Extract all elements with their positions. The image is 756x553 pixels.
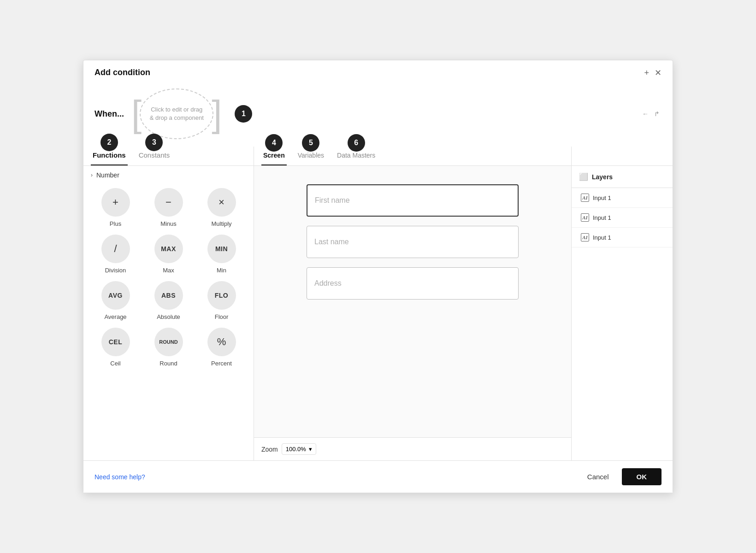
percent-label: Percent (211, 360, 232, 367)
canvas-area: First name Last name Address (254, 166, 571, 437)
abs-label: Absolute (157, 313, 180, 320)
function-avg[interactable]: AVG Average (91, 281, 140, 320)
center-panel: First name Last name Address Zoom 100.0%… (254, 166, 571, 460)
badge-5-wrap: 5 Variables (296, 147, 326, 165)
function-min[interactable]: MIN Min (197, 235, 246, 274)
division-circle: / (101, 235, 130, 263)
function-multiply[interactable]: × Multiply (197, 188, 246, 227)
layer-label-2: Input 1 (593, 214, 611, 221)
floor-label: Floor (215, 313, 229, 320)
badge-5: 5 (302, 134, 319, 152)
layer-ai-icon-2: AI (581, 213, 589, 222)
left-panel: › Number + Plus − Minus × Multiply (83, 166, 254, 460)
center-tabs-section: 4 Screen 5 Variables 6 Data Masters (254, 147, 571, 165)
badge-2: 2 (100, 134, 118, 151)
cancel-button[interactable]: Cancel (580, 469, 616, 484)
minus-circle: − (154, 188, 183, 217)
address-placeholder: Address (314, 279, 342, 288)
layer-label-3: Input 1 (593, 234, 611, 241)
zoom-select[interactable]: 100.0% ▾ (282, 443, 316, 455)
layer-item-2[interactable]: AI Input 1 (572, 208, 673, 228)
floor-circle: FLO (207, 281, 236, 310)
division-label: Division (105, 267, 126, 274)
min-label: Min (217, 267, 226, 274)
forward-arrow-icon[interactable]: ↱ (652, 108, 662, 119)
ceil-label: Ceil (110, 360, 120, 367)
main-content: › Number + Plus − Minus × Multiply (83, 166, 673, 460)
layer-item-1[interactable]: AI Input 1 (572, 188, 673, 208)
function-plus[interactable]: + Plus (91, 188, 140, 227)
monitor-icon: ⬜ (579, 172, 588, 181)
number-header[interactable]: › Number (83, 166, 254, 184)
dialog-header: Add condition + ✕ (83, 60, 673, 85)
zoom-bar: Zoom 100.0% ▾ (254, 437, 571, 460)
min-circle: MIN (207, 235, 236, 263)
zoom-label: Zoom (261, 446, 278, 453)
right-panel: ⬜ Layers AI Input 1 AI Input 1 AI Input … (571, 166, 673, 460)
function-max[interactable]: MAX Max (144, 235, 193, 274)
layer-label-1: Input 1 (593, 194, 611, 201)
number-label: Number (96, 171, 119, 179)
function-round[interactable]: ROUND Round (144, 328, 193, 367)
help-link[interactable]: Need some help? (94, 473, 145, 481)
when-row: When... [ Click to edit or drag & drop a… (83, 85, 673, 147)
ok-button[interactable]: OK (622, 468, 662, 485)
badge-4-wrap: 4 Screen (261, 147, 287, 165)
badge-1: 1 (235, 105, 252, 123)
address-field[interactable]: Address (307, 267, 519, 300)
chevron-right-icon: › (91, 172, 93, 178)
function-percent[interactable]: % Percent (197, 328, 246, 367)
nav-arrows: ← ↱ (640, 108, 662, 119)
function-floor[interactable]: FLO Floor (197, 281, 246, 320)
ceil-circle: CEL (101, 328, 130, 356)
percent-circle: % (207, 328, 236, 356)
dialog-footer: Need some help? Cancel OK (83, 460, 673, 493)
drop-zone-text: Click to edit or drag & drop a component (148, 106, 205, 122)
functions-grid: + Plus − Minus × Multiply / Division (83, 184, 254, 374)
bracket-right-icon: ] (212, 95, 222, 132)
footer-buttons: Cancel OK (580, 468, 662, 485)
zoom-chevron-icon: ▾ (309, 446, 312, 453)
multiply-label: Multiply (211, 220, 231, 227)
drop-zone[interactable]: Click to edit or drag & drop a component (140, 88, 213, 139)
round-circle: ROUND (154, 328, 183, 356)
plus-label: Plus (110, 220, 121, 227)
left-tabs-section: 2 Functions 3 Constants (83, 147, 254, 165)
zoom-value: 100.0% (286, 446, 306, 453)
tabs-row: 2 Functions 3 Constants 4 Screen 5 (83, 147, 673, 166)
close-button[interactable]: ✕ (655, 69, 662, 77)
layer-item-3[interactable]: AI Input 1 (572, 228, 673, 247)
function-division[interactable]: / Division (91, 235, 140, 274)
badge-6-wrap: 6 Data Masters (335, 147, 377, 165)
plus-button[interactable]: + (644, 69, 649, 77)
badge-3-wrap: 3 Constants (137, 147, 172, 165)
badge-6: 6 (348, 134, 365, 152)
back-arrow-icon[interactable]: ← (640, 108, 650, 119)
function-ceil[interactable]: CEL Ceil (91, 328, 140, 367)
header-icons: + ✕ (644, 69, 662, 77)
layer-ai-icon-1: AI (581, 194, 589, 202)
dialog-title: Add condition (94, 68, 150, 77)
plus-circle: + (101, 188, 130, 217)
drop-zone-wrapper: [ Click to edit or drag & drop a compone… (131, 88, 222, 139)
max-circle: MAX (154, 235, 183, 263)
minus-label: Minus (160, 220, 177, 227)
last-name-placeholder: Last name (314, 238, 349, 246)
first-name-placeholder: First name (315, 196, 350, 205)
when-label: When... (94, 109, 124, 119)
layers-title: Layers (592, 173, 613, 181)
function-minus[interactable]: − Minus (144, 188, 193, 227)
add-condition-dialog: Add condition + ✕ When... [ Click to edi… (83, 60, 673, 493)
last-name-field[interactable]: Last name (307, 226, 519, 258)
layers-header: ⬜ Layers (572, 166, 673, 188)
round-label: Round (159, 360, 177, 367)
max-label: Max (163, 267, 174, 274)
avg-circle: AVG (101, 281, 130, 310)
multiply-circle: × (207, 188, 236, 217)
badge-4: 4 (265, 134, 283, 152)
badge-2-wrap: 2 Functions (91, 147, 128, 165)
function-abs[interactable]: ABS Absolute (144, 281, 193, 320)
first-name-field[interactable]: First name (307, 184, 519, 217)
avg-label: Average (104, 313, 126, 320)
right-tabs-section (571, 147, 673, 165)
